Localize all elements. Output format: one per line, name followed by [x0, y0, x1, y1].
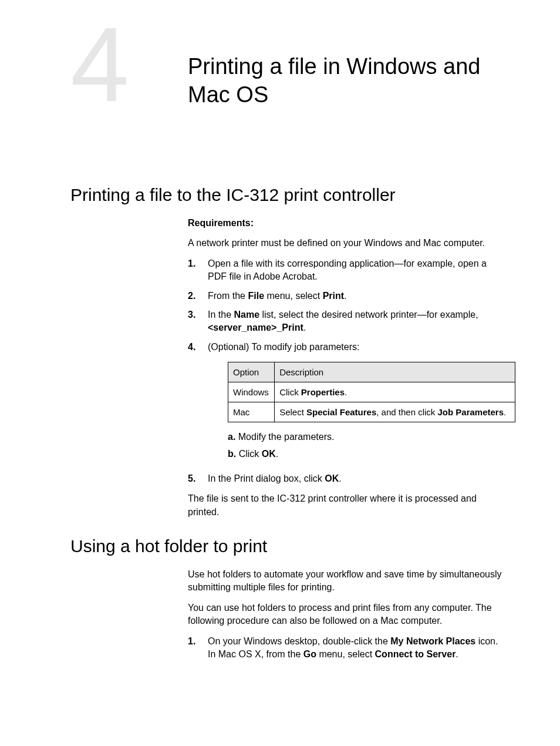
substeps: a. Modify the parameters. b. Click OK.: [228, 431, 507, 461]
step-1: 1. On your Windows desktop, double-click…: [188, 635, 507, 661]
step-text: (Optional) To modify job parameters: Opt…: [208, 341, 507, 466]
step-text: From the File menu, select Print.: [208, 290, 507, 303]
step-number: 4.: [188, 341, 208, 466]
table-cell-description: Select Special Features, and then click …: [275, 402, 515, 422]
section2-body: Use hot folders to automate your workflo…: [188, 568, 507, 661]
requirements-text: A network printer must be defined on you…: [188, 237, 507, 250]
chapter-number: 4: [70, 12, 129, 117]
substep-b: b. Click OK.: [228, 448, 507, 461]
step-number: 1.: [188, 257, 208, 284]
step-text: On your Windows desktop, double-click th…: [208, 635, 507, 661]
section2-para2: You can use hot folders to process and p…: [188, 601, 507, 628]
step-number: 5.: [188, 472, 208, 485]
chapter-title: Printing a file in Windows and Mac OS: [188, 53, 507, 109]
step-number: 1.: [188, 635, 208, 661]
step-text: In the Name list, select the desired net…: [208, 308, 507, 335]
section-heading-2: Using a hot folder to print: [70, 536, 507, 556]
table-cell-description: Click Properties.: [275, 382, 515, 402]
section1-closing: The file is sent to the IC-312 print con…: [188, 492, 507, 519]
table-row: Windows Click Properties.: [228, 382, 515, 402]
requirements-label: Requirements:: [188, 217, 507, 230]
table-header-description: Description: [275, 362, 515, 382]
table-header-option: Option: [228, 362, 275, 382]
step-4: 4. (Optional) To modify job parameters: …: [188, 341, 507, 466]
step-3: 3. In the Name list, select the desired …: [188, 308, 507, 335]
section1-steps: 1. Open a file with its corresponding ap…: [188, 257, 507, 486]
step-number: 2.: [188, 290, 208, 303]
step-2: 2. From the File menu, select Print.: [188, 290, 507, 303]
substep-a: a. Modify the parameters.: [228, 431, 507, 443]
section1-body: Requirements: A network printer must be …: [188, 217, 507, 519]
step-number: 3.: [188, 308, 208, 335]
table-cell-option: Windows: [228, 382, 275, 402]
step-text: In the Print dialog box, click OK.: [208, 472, 507, 485]
step-text: Open a file with its corresponding appli…: [208, 257, 507, 284]
table-row: Mac Select Special Features, and then cl…: [228, 402, 515, 422]
options-table: Option Description Windows Click Propert…: [228, 362, 515, 422]
section-heading-1: Printing a file to the IC-312 print cont…: [70, 185, 507, 205]
step-5: 5. In the Print dialog box, click OK.: [188, 472, 507, 485]
table-cell-option: Mac: [228, 402, 275, 422]
section2-para1: Use hot folders to automate your workflo…: [188, 568, 507, 594]
document-page: 4 Printing a file in Windows and Mac OS …: [0, 0, 560, 702]
step-1: 1. Open a file with its corresponding ap…: [188, 257, 507, 284]
section2-steps: 1. On your Windows desktop, double-click…: [188, 635, 507, 661]
